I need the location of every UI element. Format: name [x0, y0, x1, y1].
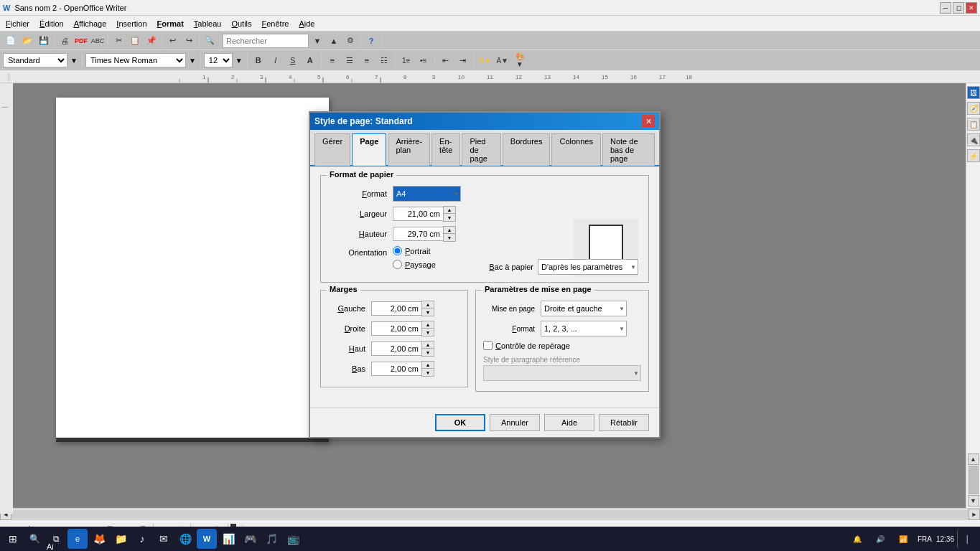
hauteur-label: Hauteur — [328, 230, 393, 238]
bas-spin-buttons: ▲ ▼ — [421, 361, 434, 377]
dialog-title: Style de page: Standard — [314, 116, 413, 126]
mise-en-page-row: Mise en page Droite et gauche Gauche Dro… — [483, 301, 641, 316]
marges-group: Marges Gauche ▲ ▼ — [320, 290, 468, 387]
format-select[interactable]: A4 A3 Letter — [393, 186, 461, 202]
format-num-select[interactable]: 1, 2, 3, ... a, b, c, ... I, II, III, ..… — [541, 321, 627, 336]
largeur-spin-buttons: ▲ ▼ — [443, 206, 456, 222]
bac-select[interactable]: D'après les paramètres de l'i — [538, 259, 638, 275]
dialog-tabs: Gérer Page Arrière-plan En-tête Pied de … — [310, 130, 659, 166]
haut-label: Haut — [328, 344, 371, 353]
droite-spin: ▲ ▼ — [371, 321, 434, 336]
hauteur-down[interactable]: ▼ — [444, 234, 455, 241]
paysage-radio-row: Paysage — [393, 260, 436, 269]
gauche-down[interactable]: ▼ — [422, 309, 434, 316]
largeur-label: Largeur — [328, 209, 393, 218]
bac-row: Bac à papier D'après les paramètres de l… — [489, 259, 638, 275]
marges-label: Marges — [327, 285, 360, 293]
marges-section: Marges Gauche ▲ ▼ — [320, 290, 468, 399]
controle-label[interactable]: Contrôle de repérage — [495, 342, 570, 350]
bac-label: Bac à papier — [489, 263, 533, 271]
mise-en-page-label: Mise en page — [483, 305, 541, 313]
tab-page[interactable]: Page — [352, 133, 386, 166]
tab-en-tete[interactable]: En-tête — [431, 133, 460, 166]
gauche-spin: ▲ ▼ — [371, 301, 434, 316]
page-style-dialog: Style de page: Standard ✕ Gérer Page Arr… — [309, 111, 661, 438]
dialog-overlay: Style de page: Standard ✕ Gérer Page Arr… — [0, 0, 980, 551]
droite-up[interactable]: ▲ — [422, 321, 434, 329]
style-para-wrapper — [483, 365, 641, 381]
droite-row: Droite ▲ ▼ — [328, 321, 460, 336]
dialog-titlebar: Style de page: Standard ✕ — [310, 113, 659, 130]
params-group: Paramètres de mise en page Mise en page … — [475, 290, 649, 392]
paper-format-section: Format de papier Format A4 A3 Letter — [320, 175, 649, 283]
dialog-content: Format de papier Format A4 A3 Letter — [310, 166, 659, 408]
haut-down[interactable]: ▼ — [422, 349, 434, 356]
format-row: Format A4 A3 Letter — [328, 186, 641, 202]
style-para-label: Style de paragraphe référence — [483, 356, 580, 364]
paysage-radio[interactable] — [393, 260, 402, 269]
largeur-spin: ▲ ▼ — [393, 206, 456, 222]
orientation-label: Orientation — [328, 248, 393, 257]
tab-pied-page[interactable]: Pied de page — [462, 133, 500, 166]
gauche-up[interactable]: ▲ — [422, 301, 434, 309]
tab-note-bas[interactable]: Note de bas de page — [602, 133, 655, 166]
gauche-input[interactable] — [371, 301, 421, 316]
ok-button[interactable]: OK — [435, 414, 485, 431]
format-select-wrapper: A4 A3 Letter — [393, 186, 461, 202]
gauche-spin-buttons: ▲ ▼ — [421, 301, 434, 316]
haut-spin-buttons: ▲ ▼ — [421, 341, 434, 357]
format-num-row: Format 1, 2, 3, ... a, b, c, ... I, II, … — [483, 321, 641, 336]
droite-down[interactable]: ▼ — [422, 329, 434, 336]
hauteur-spin: ▲ ▼ — [393, 226, 456, 242]
portrait-label[interactable]: Portrait — [405, 247, 430, 255]
haut-row: Haut ▲ ▼ — [328, 341, 460, 357]
hauteur-up[interactable]: ▲ — [444, 227, 455, 234]
bas-up[interactable]: ▲ — [422, 362, 434, 369]
controle-checkbox[interactable] — [483, 341, 493, 350]
params-label: Paramètres de mise en page — [482, 285, 594, 293]
params-section: Paramètres de mise en page Mise en page … — [475, 290, 649, 399]
format-num-label: Format — [483, 325, 541, 333]
bas-row: Bas ▲ ▼ — [328, 361, 460, 377]
bac-select-wrapper: D'après les paramètres de l'i — [538, 259, 638, 275]
dialog-footer: OK Annuler Aide Rétablir — [310, 408, 659, 437]
largeur-input[interactable] — [393, 207, 443, 221]
two-col-section: Marges Gauche ▲ ▼ — [320, 290, 649, 399]
bas-input[interactable] — [371, 362, 421, 376]
format-label: Format — [328, 189, 393, 198]
haut-spin: ▲ ▼ — [371, 341, 434, 357]
style-para-row: Style de paragraphe référence — [483, 356, 641, 381]
droite-input[interactable] — [371, 321, 421, 336]
controle-row: Contrôle de repérage — [483, 341, 641, 350]
bas-label: Bas — [328, 364, 371, 373]
annuler-button[interactable]: Annuler — [490, 414, 540, 431]
tab-colonnes[interactable]: Colonnes — [551, 133, 600, 166]
haut-up[interactable]: ▲ — [422, 342, 434, 349]
style-para-select[interactable] — [483, 365, 641, 381]
dialog-close-button[interactable]: ✕ — [642, 115, 655, 128]
mise-en-page-select[interactable]: Droite et gauche Gauche Droite Miroir — [541, 301, 627, 316]
retablir-button[interactable]: Rétablir — [599, 414, 649, 431]
paper-format-label: Format de papier — [327, 170, 396, 179]
droite-label: Droite — [328, 324, 371, 333]
bas-down[interactable]: ▼ — [422, 369, 434, 376]
largeur-down[interactable]: ▼ — [444, 214, 455, 221]
paysage-label[interactable]: Paysage — [405, 260, 436, 269]
aide-button[interactable]: Aide — [544, 414, 594, 431]
format-num-wrapper: 1, 2, 3, ... a, b, c, ... I, II, III, ..… — [541, 321, 627, 336]
bas-spin: ▲ ▼ — [371, 361, 434, 377]
largeur-up[interactable]: ▲ — [444, 207, 455, 214]
portrait-radio[interactable] — [393, 246, 402, 255]
hauteur-spin-buttons: ▲ ▼ — [443, 226, 456, 242]
droite-spin-buttons: ▲ ▼ — [421, 321, 434, 336]
tab-bordures[interactable]: Bordures — [503, 133, 551, 166]
haut-input[interactable] — [371, 342, 421, 356]
tab-arriere-plan[interactable]: Arrière-plan — [388, 133, 430, 166]
gauche-label: Gauche — [328, 304, 371, 313]
tab-gerer[interactable]: Gérer — [314, 133, 350, 166]
hauteur-input[interactable] — [393, 227, 443, 241]
mise-en-page-wrapper: Droite et gauche Gauche Droite Miroir — [541, 301, 627, 316]
portrait-radio-row: Portrait — [393, 246, 430, 255]
gauche-row: Gauche ▲ ▼ — [328, 301, 460, 316]
